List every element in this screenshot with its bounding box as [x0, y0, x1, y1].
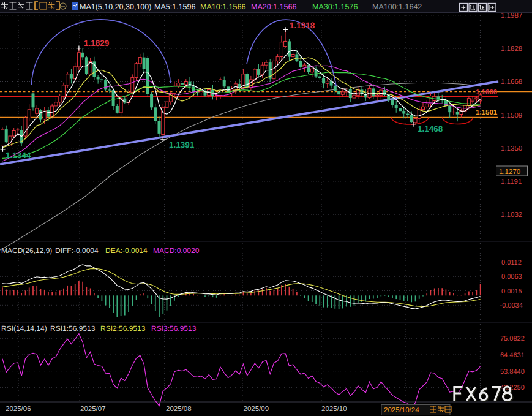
svg-text:RSI(14,14,14): RSI(14,14,14) — [1, 324, 47, 333]
svg-text:RSI1:56.9513: RSI1:56.9513 — [50, 324, 96, 333]
svg-text:DEA:-0.0014: DEA:-0.0014 — [105, 246, 148, 255]
svg-text:75.0822: 75.0822 — [500, 335, 525, 342]
svg-text:MA10:1.1566: MA10:1.1566 — [200, 2, 245, 11]
svg-text:RSI2:56.9513: RSI2:56.9513 — [100, 324, 146, 333]
svg-text:MA1(5,10,20,30,100): MA1(5,10,20,30,100) — [80, 2, 151, 11]
svg-text:1.1191: 1.1191 — [501, 178, 522, 186]
svg-text:1.1600: 1.1600 — [476, 89, 497, 96]
svg-text:1.1829: 1.1829 — [84, 39, 109, 48]
svg-text:1.1987: 1.1987 — [501, 12, 522, 20]
svg-text:1.1501: 1.1501 — [476, 109, 498, 116]
svg-text:2025/08: 2025/08 — [166, 406, 192, 413]
svg-text:1.1032: 1.1032 — [501, 211, 522, 219]
svg-text:DIFF:-0.0004: DIFF:-0.0004 — [55, 246, 99, 255]
svg-text:1.1350: 1.1350 — [501, 145, 522, 153]
svg-text:MA20:1.1566: MA20:1.1566 — [251, 2, 296, 11]
svg-text:1.1468: 1.1468 — [418, 124, 443, 134]
svg-text:1.1918: 1.1918 — [290, 21, 315, 30]
svg-text:MA5:1.1596: MA5:1.1596 — [154, 2, 195, 11]
svg-text:0.0112: 0.0112 — [501, 259, 522, 267]
svg-text:MACD(26,12,9): MACD(26,12,9) — [1, 246, 52, 255]
svg-text:-0.0034: -0.0034 — [500, 302, 523, 309]
svg-text:MA100:1.1642: MA100:1.1642 — [372, 2, 422, 11]
svg-text:2025/07: 2025/07 — [80, 406, 106, 413]
svg-text:RSI3:56.9513: RSI3:56.9513 — [151, 324, 197, 333]
svg-text:2025/06: 2025/06 — [6, 406, 31, 413]
svg-text:1.1509: 1.1509 — [501, 112, 522, 119]
svg-text:1.1270: 1.1270 — [499, 168, 520, 176]
svg-text:2025/10/24: 2025/10/24 — [384, 407, 419, 414]
svg-text:64.4631: 64.4631 — [500, 352, 525, 359]
svg-text:1.1391: 1.1391 — [169, 140, 195, 149]
svg-text:MACD:0.0020: MACD:0.0020 — [153, 246, 200, 255]
svg-text:2025/10: 2025/10 — [321, 406, 347, 413]
svg-text:1.1828: 1.1828 — [501, 45, 522, 53]
svg-text:1.1344: 1.1344 — [6, 151, 31, 160]
svg-text:0.0015: 0.0015 — [501, 288, 522, 295]
svg-text:2025/09: 2025/09 — [244, 406, 269, 413]
svg-text:0.0063: 0.0063 — [501, 273, 522, 281]
svg-text:MA30:1.1576: MA30:1.1576 — [312, 2, 358, 11]
svg-text:1.1668: 1.1668 — [501, 78, 522, 86]
svg-text:53.8440: 53.8440 — [500, 368, 525, 376]
